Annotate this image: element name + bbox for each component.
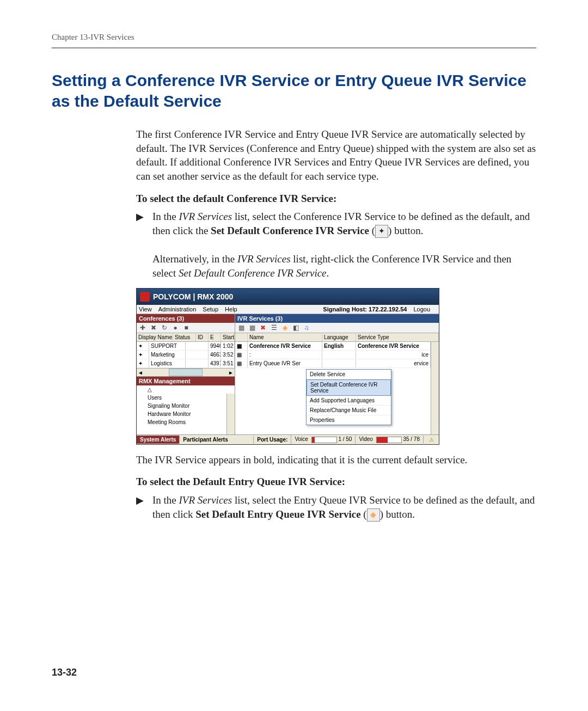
app-titlebar: POLYCOM | RMX 2000: [137, 289, 439, 305]
bullet-arrow-icon: ▶: [136, 210, 152, 280]
header-rule: [52, 47, 536, 48]
app-logo-icon: [140, 292, 150, 302]
status-bar: System Alerts Participant Alerts Port Us…: [137, 434, 439, 444]
conf-row[interactable]: ✦ Logistics 43974 3:51 PM: [137, 359, 235, 368]
body-column: The first Conference IVR Service and Ent…: [136, 127, 536, 522]
participant-alerts-tab[interactable]: Participant Alerts: [179, 436, 231, 444]
page-number: 13-32: [52, 667, 77, 678]
ivr-tb-delete-icon[interactable]: ✖: [259, 324, 267, 332]
conf-grid-body: ✦ SUPPORT 99466 1:02 PM ✦ Marketing 4663…: [137, 342, 235, 368]
ivr-tb-set-default-eq-icon[interactable]: ◆: [281, 324, 289, 332]
tb-rec-icon[interactable]: ●: [171, 324, 179, 332]
video-bar-icon: [376, 437, 402, 443]
conf-row[interactable]: ✦ SUPPORT 99466 1:02 PM: [137, 342, 235, 351]
subhead-entry-queue: To select the Default Entry Queue IVR Se…: [136, 475, 536, 489]
voice-bar-icon: [311, 437, 337, 443]
menu-admin[interactable]: Administration: [158, 306, 197, 312]
port-video-label: Video 35 / 78: [355, 435, 423, 444]
set-default-conf-icon: ✦: [375, 225, 388, 238]
ivr-toolbar: ▦ ▦ ✖ ☰ ◆ ◧ ♫: [235, 323, 439, 333]
ivr-scroll-v[interactable]: [431, 342, 439, 434]
chapter-header: Chapter 13-IVR Services: [52, 33, 536, 42]
port-voice-label: Voice 1 / 50: [291, 435, 355, 444]
app-screenshot: POLYCOM | RMX 2000 View Administration S…: [136, 288, 439, 444]
left-pane: Conferences (3) ✚ ✖ ↻ ● ■ Display Name S…: [137, 314, 235, 434]
section-title: Setting a Conference IVR Service or Entr…: [52, 70, 536, 111]
bullet-1: ▶ In the IVR Services list, select the C…: [136, 210, 536, 280]
ivr-row[interactable]: ▦ : ice: [235, 351, 431, 359]
ctx-delete-service[interactable]: Delete Service: [307, 370, 391, 379]
tree-hardware-monitor[interactable]: Hardware Monitor: [137, 410, 226, 418]
signaling-host: Signaling Host: 172.22.192.54: [323, 306, 407, 312]
tree-root-icon[interactable]: △: [137, 385, 235, 394]
warning-icon: ⚠: [423, 436, 439, 444]
ivr-tb-music-icon[interactable]: ♫: [303, 324, 310, 332]
system-alerts-tab[interactable]: System Alerts: [137, 436, 179, 444]
ctx-set-default-conf[interactable]: Set Default Conference IVR Service: [307, 379, 391, 396]
caption-1: The IVR Service appears in bold, indicat…: [136, 453, 536, 467]
intro-paragraph: The first Conference IVR Service and Ent…: [136, 127, 536, 183]
app-menubar: View Administration Setup Help Signaling…: [137, 305, 439, 314]
conf-grid-header: Display Name Status ID E Start Tim: [137, 333, 235, 342]
bullet-2: ▶ In the IVR Services list, select the E…: [136, 493, 536, 522]
tb-new-icon[interactable]: ✚: [139, 324, 146, 332]
rmx-management-header: RMX Management: [137, 377, 235, 385]
rmx-management-panel: RMX Management △ Users Signaling Monitor…: [137, 376, 235, 434]
tree-users[interactable]: Users: [137, 394, 226, 402]
menu-view[interactable]: View: [139, 306, 152, 312]
tb-stop-icon[interactable]: ■: [182, 324, 190, 332]
subhead-conference: To select the default Conference IVR Ser…: [136, 192, 536, 206]
ivr-tb-set-default-conf-icon[interactable]: ☰: [270, 324, 278, 332]
logout-link[interactable]: Logou: [413, 306, 430, 312]
bullet-arrow-icon: ▶: [136, 493, 152, 522]
ivr-context-menu: Delete Service Set Default Conference IV…: [306, 369, 391, 425]
document-page: Chapter 13-IVR Services Setting a Confer…: [0, 0, 588, 711]
ivr-grid-body: ▦ Conference IVR Service English Confere…: [235, 342, 439, 434]
conferences-header: Conferences (3): [137, 314, 235, 323]
ivr-tb-new-eq-icon[interactable]: ▦: [248, 324, 256, 332]
set-default-eq-icon: ◆: [367, 508, 380, 522]
app-title: POLYCOM | RMX 2000: [153, 292, 233, 301]
ivr-row[interactable]: ▦ Conference IVR Service English Confere…: [235, 342, 431, 351]
tree-signaling-monitor[interactable]: Signaling Monitor: [137, 402, 226, 410]
ivr-tb-new-conf-icon[interactable]: ▦: [237, 324, 245, 332]
tb-delete-icon[interactable]: ✖: [150, 324, 157, 332]
menu-setup[interactable]: Setup: [203, 306, 218, 312]
conf-scroll-h[interactable]: ◄►: [137, 368, 235, 376]
bullet-2-text: In the IVR Services list, select the Ent…: [152, 493, 536, 522]
tree-scroll-v[interactable]: [226, 394, 235, 434]
ctx-properties[interactable]: Properties: [307, 415, 391, 425]
ctx-replace-music[interactable]: Replace/Change Music File: [307, 406, 391, 415]
port-usage-label: Port Usage:: [253, 436, 291, 444]
ivr-services-header: IVR Services (3): [235, 314, 439, 323]
ctx-add-languages[interactable]: Add Supported Languages: [307, 396, 391, 406]
bullet-1-text: In the IVR Services list, select the Con…: [152, 210, 536, 280]
tb-refresh-icon[interactable]: ↻: [161, 324, 168, 332]
app-main: Conferences (3) ✚ ✖ ↻ ● ■ Display Name S…: [137, 314, 439, 434]
ivr-tb-lang-icon[interactable]: ◧: [292, 324, 299, 332]
ivr-grid-header: Name Language Service Type: [235, 333, 439, 342]
conferences-toolbar: ✚ ✖ ↻ ● ■: [137, 323, 235, 333]
ivr-row[interactable]: ▦ Entry Queue IVR Ser ervice: [235, 359, 431, 368]
menu-help[interactable]: Help: [225, 306, 237, 312]
conf-row[interactable]: ✦ Marketing 46630 3:52 PM: [137, 351, 235, 359]
tree-meeting-rooms[interactable]: Meeting Rooms: [137, 418, 226, 426]
right-pane: IVR Services (3) ▦ ▦ ✖ ☰ ◆ ◧ ♫ Name Lang…: [235, 314, 439, 434]
